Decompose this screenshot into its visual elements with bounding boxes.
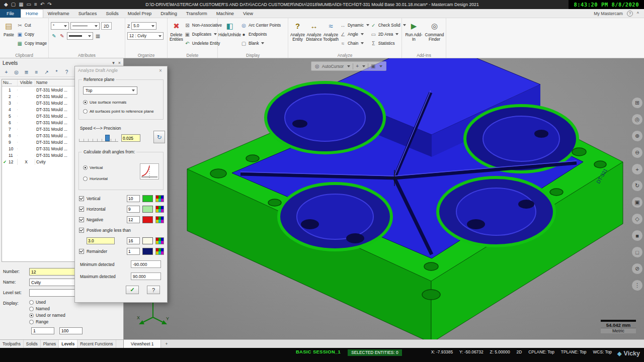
open-file-icon[interactable]: ▭ [27, 2, 31, 7]
vertical-count-input[interactable] [127, 195, 140, 202]
find-level-icon[interactable]: ◎ [12, 68, 21, 76]
dialog-help-button[interactable]: ? [147, 286, 160, 294]
autocursor-label[interactable]: AutoCursor [322, 64, 344, 69]
dialog-close-icon[interactable]: × [157, 68, 164, 73]
positive-color-swatch[interactable] [142, 237, 153, 244]
range-to-input[interactable] [59, 327, 83, 334]
zoom-in-icon[interactable]: ⊕ [632, 131, 642, 141]
tab-levels[interactable]: Levels [59, 340, 77, 348]
analyze-dynamic-button[interactable]: ↔Dynamic [340, 22, 369, 29]
iso-view-icon[interactable]: ◇ [632, 214, 642, 224]
copy-level-icon[interactable]: ≣ [22, 68, 31, 76]
ribbon-collapse-icon[interactable]: ^ [637, 11, 639, 16]
rotate-view-icon[interactable]: ↻ [632, 180, 642, 191]
tab-solids-panel[interactable]: Solids [24, 340, 41, 348]
positive-count-input[interactable] [127, 237, 140, 244]
endpoints-button[interactable]: ●Endpoints [240, 31, 281, 38]
negative-palette-icon[interactable] [155, 216, 164, 223]
autocursor-mode-icon[interactable]: ◎ [315, 63, 319, 69]
redo-icon[interactable]: ↷ [47, 2, 51, 7]
vertical-palette-icon[interactable] [155, 195, 164, 202]
check-solid-button[interactable]: ✓Check Solid [370, 22, 406, 29]
remainder-checkbox[interactable] [79, 249, 84, 254]
area-2d-button[interactable]: ▭2D Area [370, 31, 406, 38]
my-mastercam-link[interactable]: My Mastercam [594, 11, 623, 16]
line-style-combo[interactable] [70, 22, 100, 30]
tab-drafting[interactable]: Drafting [156, 9, 182, 18]
copy-image-button[interactable]: ▦Copy Image [17, 40, 47, 47]
tab-recent-functions[interactable]: Recent Functions [77, 340, 116, 348]
vertical-color-swatch[interactable] [142, 195, 153, 202]
tab-wireframe[interactable]: Wireframe [43, 9, 74, 18]
negative-color-swatch[interactable] [142, 216, 153, 223]
tab-transform[interactable]: Transform [182, 9, 212, 18]
graphics-viewport[interactable]: DT-331 ◎ AutoCursor + ▣ ⊞◎⊕⊖+↻▣◇■□⊘⋮ 54.… [124, 58, 644, 339]
undelete-entity-button[interactable]: ↶Undelete Entity [184, 40, 222, 47]
remainder-count-input[interactable] [127, 248, 140, 255]
shaded-view-icon[interactable]: ■ [632, 230, 642, 241]
negative-checkbox[interactable] [79, 217, 84, 222]
cplane-selector[interactable]: CPLANE: Top [528, 349, 554, 354]
positive-palette-icon[interactable] [155, 237, 164, 244]
display-range-radio[interactable]: Range [29, 319, 65, 324]
range-from-input[interactable] [31, 327, 54, 334]
command-finder-button[interactable]: ◎ Command Finder [425, 20, 444, 52]
add-viewsheet-button[interactable]: + [161, 340, 172, 348]
horizontal-checkbox[interactable] [79, 207, 84, 212]
display-used-or-named-radio[interactable]: Used or named [29, 313, 65, 318]
help-icon[interactable]: ? [627, 11, 633, 17]
hide-unhide-button[interactable]: ◧ Hide/Unhide [220, 20, 239, 52]
precision-slider[interactable] [79, 135, 118, 142]
tab-surfaces[interactable]: Surfaces [74, 9, 102, 18]
paste-button[interactable]: ▤ Paste [2, 20, 16, 52]
horizontal-count-input[interactable] [127, 206, 140, 213]
ok-button[interactable]: ✓ [126, 286, 139, 294]
crosshair-snap-icon[interactable]: + [356, 63, 359, 69]
horizontal-radio[interactable]: Horizontal [83, 176, 108, 181]
tab-file[interactable]: File [0, 9, 21, 18]
arc-center-points-button[interactable]: ◎Arc Center Points [240, 22, 281, 29]
dialog-titlebar[interactable]: Analyze Draft Angle × [75, 66, 167, 74]
precision-input[interactable] [121, 134, 140, 142]
hide-entities-icon[interactable]: ⊘ [632, 263, 642, 274]
zoom-fit-icon[interactable]: ◎ [632, 114, 642, 125]
remainder-color-swatch[interactable] [142, 248, 153, 255]
zoom-out-icon[interactable]: ⊖ [632, 147, 642, 158]
tab-view[interactable]: View [238, 9, 258, 18]
run-addin-button[interactable]: ▶ Run Add-In [404, 20, 424, 52]
delete-non-associative-button[interactable]: ⊠Non-Associative [184, 22, 222, 29]
mode-toggle[interactable]: 2D [517, 349, 522, 354]
vertical-checkbox[interactable] [79, 196, 84, 201]
tab-model-prep[interactable]: Model Prep [123, 9, 156, 18]
selection-dropdown-icon[interactable] [379, 65, 382, 67]
autocursor-dropdown-icon[interactable] [347, 65, 350, 67]
point-style-combo[interactable]: * [51, 22, 69, 30]
solid-color-icon[interactable]: ✎ [59, 33, 65, 39]
blank-button[interactable]: ▢Blank [240, 40, 281, 47]
positive-angle-input[interactable] [87, 237, 115, 244]
top-view-icon[interactable]: ▣ [632, 197, 642, 208]
reference-plane-combo[interactable]: Top [83, 86, 137, 95]
tab-home[interactable]: Home [21, 9, 43, 18]
analyze-chain-button[interactable]: ≈Chain [340, 40, 369, 47]
analyze-angle-button[interactable]: ∠Angle [340, 31, 369, 38]
copy-button[interactable]: ▣Copy [17, 31, 47, 38]
tplane-selector[interactable]: TPLANE: Top [561, 349, 587, 354]
analyze-entity-button[interactable]: ? Analyze Entity [290, 20, 305, 52]
analyze-distance-button[interactable]: ↔ Analyze Distance [306, 20, 322, 52]
wcs-selector[interactable]: WCS: Top [593, 349, 612, 354]
analyze-toolpath-button[interactable]: ≈ Analyze Toolpath [323, 20, 339, 52]
delete-duplicates-button[interactable]: ▣Duplicates [184, 31, 222, 38]
tab-planes[interactable]: Planes [41, 340, 59, 348]
display-used-radio[interactable]: Used [29, 300, 65, 305]
move-level-icon[interactable]: ≡ [32, 68, 41, 76]
tab-toolpaths[interactable]: Toolpaths [0, 340, 24, 348]
panel-pin-icon[interactable]: ▾ [112, 60, 115, 65]
material-icon[interactable]: ▦ [95, 33, 101, 39]
all-surfaces-radio[interactable]: All surfaces point to reference plane [83, 109, 154, 114]
wireframe-view-icon[interactable]: □ [632, 247, 642, 257]
snap-dropdown-icon[interactable] [362, 65, 365, 67]
horizontal-color-swatch[interactable] [142, 206, 153, 213]
z-depth-combo[interactable]: 5.0 [131, 22, 156, 30]
zoom-window-icon[interactable]: ⊞ [632, 98, 642, 108]
